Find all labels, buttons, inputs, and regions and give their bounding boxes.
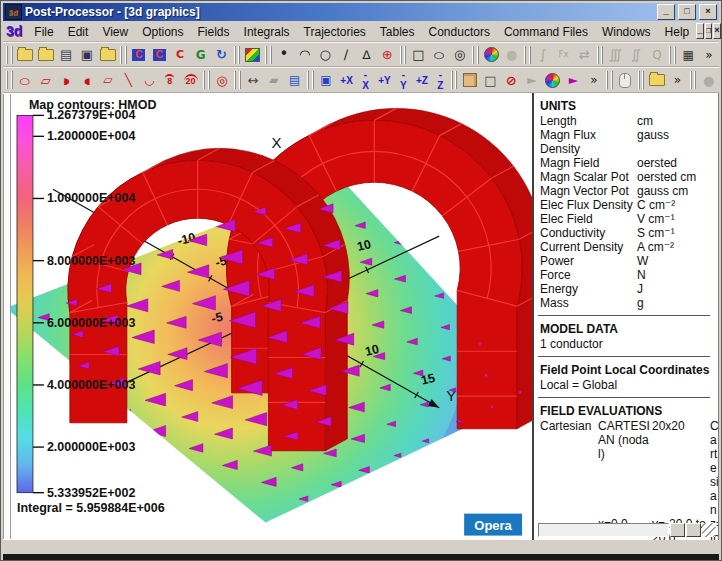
scrollbar-button[interactable] [686, 523, 701, 537]
calculator-icon[interactable]: ▦ [678, 45, 699, 65]
print-icon[interactable]: ▤ [56, 45, 77, 65]
more-display-icon[interactable]: » [584, 70, 605, 90]
patch-blob-icon[interactable]: ◗ [56, 70, 77, 90]
toolbar-gripper[interactable] [265, 46, 272, 64]
eraser-icon[interactable]: ▰ [264, 70, 285, 90]
close-button[interactable]: × [699, 4, 717, 20]
view-minus-x-button[interactable]: -X [357, 70, 374, 90]
scrollbar-track[interactable] [538, 523, 669, 537]
mdi-child-icon[interactable]: 3d [3, 24, 27, 38]
conductor-red-icon[interactable]: C [129, 45, 150, 65]
view-minus-y-button[interactable]: -Y [395, 70, 412, 90]
menu-help[interactable]: Help [658, 23, 697, 41]
patch-line-icon[interactable]: ╲ [118, 70, 139, 90]
vector-plot-icon[interactable]: ► [563, 70, 584, 90]
mdi-close-button[interactable]: × [713, 23, 720, 39]
solid-view-icon[interactable] [459, 70, 480, 90]
toolbar-gripper[interactable] [606, 71, 613, 89]
angle-icon[interactable]: ∆ [356, 45, 377, 65]
minimize-button[interactable]: _ [657, 4, 675, 20]
toolbar-gripper[interactable] [6, 71, 13, 89]
title-bar[interactable]: 3d Post-Processor - [3d graphics] _ □ × [3, 3, 719, 21]
rect-icon[interactable]: □ [408, 45, 429, 65]
menu-windows[interactable]: Windows [595, 23, 658, 41]
view-plus-z-button[interactable]: +Z [412, 70, 432, 90]
open-file-icon[interactable] [15, 45, 36, 65]
toolbar-gripper[interactable] [669, 46, 676, 64]
more-tools-icon[interactable]: » [698, 45, 719, 65]
unit-row: Massg [540, 296, 716, 310]
menu-integrals[interactable]: Integrals [237, 23, 297, 41]
point-icon[interactable]: • [274, 45, 295, 65]
view-minus-z-button[interactable]: -Z [432, 70, 449, 90]
toolbar-gripper[interactable] [234, 71, 241, 89]
circle-icon[interactable]: ○ [315, 45, 336, 65]
graphics-canvas[interactable]: 10-10-51015-5-1510XY1.267379E+0041.20000… [3, 93, 532, 540]
contour-plot-icon[interactable] [542, 70, 563, 90]
toolbar-gripper[interactable] [120, 46, 127, 64]
mdi-restore-button[interactable]: ❐ [705, 23, 712, 39]
wire-view-icon[interactable]: □ [480, 70, 501, 90]
maximize-button[interactable]: □ [678, 4, 696, 20]
copy-icon[interactable]: ▣ [77, 45, 98, 65]
view-plane-icon[interactable]: ▣ [316, 70, 337, 90]
toolbar-gripper[interactable] [203, 71, 210, 89]
ellipse-icon[interactable]: ○ [429, 45, 450, 65]
toolbar-gripper[interactable] [451, 71, 458, 89]
menu-tables[interactable]: Tables [373, 23, 422, 41]
cone-plot-off-icon[interactable]: ► [522, 70, 543, 90]
menu-conductors[interactable]: Conductors [422, 23, 497, 41]
toolbar-gripper[interactable] [307, 71, 314, 89]
scene-3d-view[interactable]: 10-10-51015-5-1510XY1.267379E+0041.20000… [11, 93, 532, 540]
toolbar-gripper[interactable] [638, 71, 645, 89]
patch-quad-icon[interactable]: ▱ [35, 70, 56, 90]
toolbar-gripper[interactable] [472, 46, 479, 64]
ring-icon[interactable]: ◎ [449, 45, 470, 65]
more-macro-icon[interactable]: » [667, 70, 688, 90]
sphere-icon[interactable] [481, 45, 502, 65]
conductor-small-icon[interactable]: C [170, 45, 191, 65]
colormap-icon[interactable] [242, 45, 263, 65]
menu-options[interactable]: Options [135, 23, 190, 41]
fit-width-icon[interactable]: ↔ [243, 70, 264, 90]
toolbar-gripper[interactable] [690, 71, 697, 89]
patch-ellipse-icon[interactable]: ○ [15, 70, 36, 90]
import-icon[interactable] [97, 45, 118, 65]
arc-icon[interactable]: ◠ [294, 45, 315, 65]
menu-trajectories[interactable]: Trajectories [297, 23, 373, 41]
grid-8-icon[interactable]: 8 [159, 70, 180, 90]
menu-command-files[interactable]: Command Files [497, 23, 595, 41]
patch-arc-icon[interactable]: ◡ [139, 70, 160, 90]
database-icon[interactable]: G [190, 45, 211, 65]
mouse-mode-icon[interactable] [615, 70, 636, 90]
patch-tilted2-icon[interactable]: ▱ [97, 70, 118, 90]
refresh-icon[interactable]: ↻ [211, 45, 232, 65]
view-plus-y-button[interactable]: +Y [374, 70, 395, 90]
toolbar-gripper[interactable] [597, 46, 604, 64]
toolbar-gripper[interactable] [400, 46, 407, 64]
mdi-minimize-button[interactable]: _ [696, 23, 703, 39]
notes-icon[interactable]: ▤ [284, 70, 305, 90]
open-case-icon[interactable] [35, 45, 56, 65]
toolbar-gripper[interactable] [524, 46, 531, 64]
canvas-gripper[interactable] [3, 94, 11, 539]
resize-grip[interactable] [702, 523, 715, 537]
scrollbar-button[interactable] [670, 523, 685, 537]
menu-edit[interactable]: Edit [61, 23, 96, 41]
pick-zoom-icon[interactable]: ◎ [212, 70, 233, 90]
line-icon[interactable]: ∕ [336, 45, 357, 65]
menu-view[interactable]: View [95, 23, 135, 41]
panel-scrollbar[interactable] [538, 523, 715, 537]
menu-fields[interactable]: Fields [191, 23, 237, 41]
view-plus-x-button[interactable]: +X [336, 70, 357, 90]
conductor-blue-icon[interactable]: C [149, 45, 170, 65]
toolbar-gripper[interactable] [234, 46, 241, 64]
grid-20-icon[interactable]: 20 [180, 70, 201, 90]
outline-view-icon[interactable]: ⊘ [501, 70, 522, 90]
patch-tilted1-icon[interactable]: ◖ [77, 70, 98, 90]
menu-file[interactable]: File [27, 23, 60, 41]
opera-badge: Opera [464, 514, 522, 536]
macro-folder-icon[interactable] [646, 70, 667, 90]
toolbar-gripper[interactable] [6, 46, 13, 64]
target-icon[interactable]: ⊕ [377, 45, 398, 65]
